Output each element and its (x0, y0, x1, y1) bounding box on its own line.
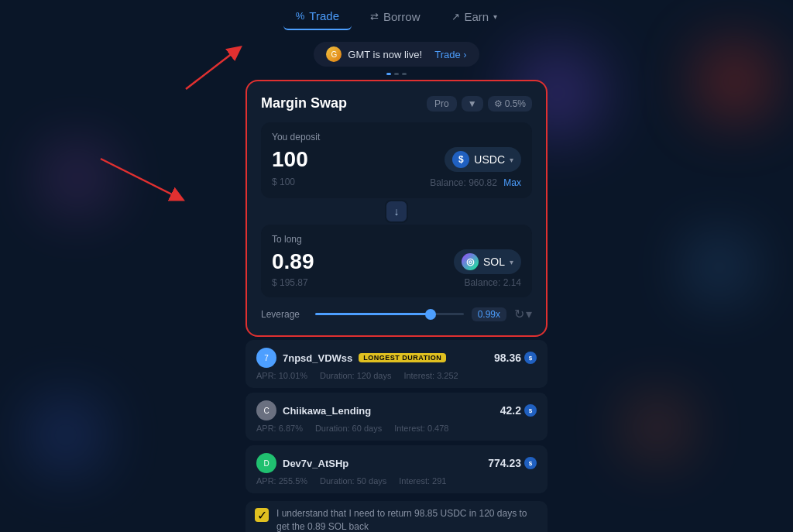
trade-icon: % (296, 10, 305, 22)
deposit-currency-label: USDC (474, 153, 505, 166)
refresh-icon: ↻ (514, 307, 524, 321)
offer-avatar-0: 7 (256, 348, 276, 368)
offer-coin-0: $ (524, 352, 537, 364)
offer-amount-value-0: 98.36 (494, 352, 521, 364)
offer-top-1: C Chiikawa_Lending 42.2 $ (256, 400, 537, 420)
deposit-row: 100 $ USDC ▾ (272, 147, 521, 172)
offer-name-row-2: D Dev7v_AtSHp (256, 453, 348, 473)
gmt-text: GMT is now live! (348, 49, 422, 60)
leverage-value: 0.99x (472, 307, 506, 321)
receive-row: 0.89 ◎ SOL ▾ (272, 249, 521, 274)
offer-avatar-2: D (256, 453, 276, 473)
top-navigation: % Trade ⇄ Borrow ↗ Earn ▾ (0, 0, 793, 33)
card-actions: Pro ▼ ⚙ 0.5% (427, 96, 532, 112)
borrow-icon: ⇄ (370, 11, 379, 22)
receive-currency-label: SOL (483, 256, 505, 268)
offer-interest-0: Interest: 3.252 (403, 371, 458, 380)
svg-line-1 (101, 159, 178, 197)
offer-top-0: 7 7npsd_VDWss LONGEST DURATION 98.36 $ (256, 348, 537, 368)
offers-list: 7 7npsd_VDWss LONGEST DURATION 98.36 $ A… (245, 340, 548, 498)
offer-interest-1: Interest: 0.478 (394, 424, 448, 433)
earn-icon: ↗ (451, 11, 460, 22)
content-area: G GMT is now live! Trade › Margin Swap P… (0, 33, 793, 532)
offer-name-row-0: 7 7npsd_VDWss LONGEST DURATION (256, 348, 446, 368)
offer-apr-0: APR: 10.01% (256, 371, 307, 380)
deposit-balance: Balance: 960.82 (430, 177, 497, 188)
sol-icon: ◎ (462, 253, 479, 270)
offer-name-0: 7npsd_VDWss (283, 352, 352, 364)
deposit-amount[interactable]: 100 (272, 147, 308, 172)
receive-currency-chevron-icon: ▾ (510, 258, 513, 266)
gear-icon: ⚙ (494, 98, 503, 109)
chevron-down-icon: ▾ (526, 307, 532, 321)
card-title: Margin Swap (261, 95, 347, 112)
receive-sub-row: $ 195.87 Balance: 2.14 (272, 277, 521, 288)
gmt-banner: G GMT is now live! Trade › (314, 42, 479, 67)
nav-earn[interactable]: ↗ Earn ▾ (439, 4, 510, 29)
leverage-expand-button[interactable]: ↻ ▾ (514, 307, 532, 321)
deposit-usd: $ 100 (272, 177, 295, 187)
margin-swap-card: Margin Swap Pro ▼ ⚙ 0.5% You deposit 100… (245, 80, 548, 337)
pro-badge[interactable]: Pro (427, 96, 457, 112)
earn-chevron-icon: ▾ (493, 12, 497, 21)
leverage-label: Leverage (261, 309, 307, 320)
svg-line-0 (186, 50, 236, 89)
filter-button[interactable]: ▼ (462, 96, 483, 112)
offer-name-2: Dev7v_AtSHp (283, 458, 348, 469)
offer-duration-0: Duration: 120 days (320, 371, 391, 380)
slippage-value: 0.5% (505, 98, 526, 109)
offer-name-row-1: C Chiikawa_Lending (256, 400, 371, 420)
receive-amount[interactable]: 0.89 (272, 249, 314, 274)
swap-direction-button[interactable]: ↓ (385, 200, 408, 223)
nav-borrow[interactable]: ⇄ Borrow (358, 4, 433, 29)
offer-avatar-1: C (256, 400, 276, 420)
nav-earn-label: Earn (465, 10, 489, 23)
offer-coin-1: $ (524, 404, 537, 417)
offer-item-2[interactable]: D Dev7v_AtSHp 774.23 $ APR: 255.5% Durat… (245, 445, 548, 493)
dot-1 (394, 73, 399, 75)
offer-top-2: D Dev7v_AtSHp 774.23 $ (256, 453, 537, 473)
understand-checkbox[interactable]: ✓ (255, 508, 269, 522)
settings-button[interactable]: ⚙ 0.5% (488, 96, 532, 112)
pagination-dots (386, 73, 407, 75)
offer-details-1: APR: 6.87% Duration: 60 days Interest: 0… (256, 424, 537, 433)
deposit-label: You deposit (272, 132, 521, 142)
nav-trade[interactable]: % Trade (283, 3, 352, 30)
dot-2 (402, 73, 407, 75)
offer-amount-0: 98.36 $ (494, 352, 537, 364)
nav-trade-label: Trade (309, 9, 339, 22)
deposit-currency-select[interactable]: $ USDC ▾ (445, 147, 521, 172)
understand-checkbox-row: ✓ I understand that I need to return 98.… (245, 501, 548, 532)
gmt-trade-link[interactable]: Trade › (434, 49, 466, 60)
arrow-annotation-left (93, 151, 194, 213)
dot-active (386, 73, 391, 75)
understand-text: I understand that I need to return 98.85… (276, 507, 538, 532)
offer-item-1[interactable]: C Chiikawa_Lending 42.2 $ APR: 6.87% Dur… (245, 393, 548, 441)
receive-label: To long (272, 234, 521, 245)
offer-amount-value-2: 774.23 (488, 457, 521, 469)
offer-duration-1: Duration: 60 days (315, 424, 382, 433)
deposit-balance-row: Balance: 960.82 Max (430, 175, 521, 189)
offer-name-1: Chiikawa_Lending (283, 405, 371, 417)
gmt-icon: G (326, 46, 342, 62)
max-button[interactable]: Max (503, 177, 521, 188)
arrow-annotation-up (170, 43, 248, 97)
card-header: Margin Swap Pro ▼ ⚙ 0.5% (261, 95, 532, 112)
offer-apr-1: APR: 6.87% (256, 424, 303, 433)
offer-amount-2: 774.23 $ (488, 457, 537, 469)
offer-amount-value-1: 42.2 (500, 404, 521, 417)
receive-section: To long 0.89 ◎ SOL ▾ $ 195.87 Balance: 2… (261, 225, 532, 297)
longest-badge-0: LONGEST DURATION (359, 353, 446, 362)
receive-currency-select[interactable]: ◎ SOL ▾ (454, 249, 521, 274)
offer-interest-2: Interest: 291 (399, 476, 446, 486)
deposit-currency-chevron-icon: ▾ (510, 156, 513, 164)
swap-button-row: ↓ (261, 200, 532, 223)
receive-usd: $ 195.87 (272, 277, 308, 288)
offer-amount-1: 42.2 $ (500, 404, 537, 417)
offer-apr-2: APR: 255.5% (256, 476, 307, 486)
offer-details-0: APR: 10.01% Duration: 120 days Interest:… (256, 371, 537, 380)
offer-coin-2: $ (524, 457, 537, 469)
receive-balance: Balance: 2.14 (465, 277, 521, 288)
offer-item-0[interactable]: 7 7npsd_VDWss LONGEST DURATION 98.36 $ A… (245, 340, 548, 388)
leverage-slider[interactable] (315, 313, 464, 315)
